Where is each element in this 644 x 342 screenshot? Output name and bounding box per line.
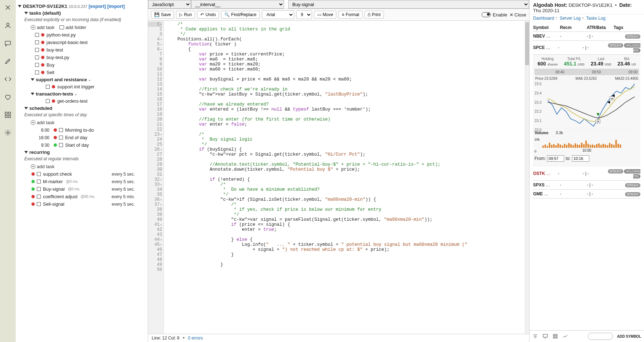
pencil-icon[interactable]	[4, 57, 12, 65]
monitor-icon[interactable]	[542, 333, 548, 339]
symbol-expand: Holding600 sharesTotal P/L451.1 USDLast2…	[533, 55, 640, 167]
scheduled-add-row: +add task	[18, 119, 146, 126]
chart-icon[interactable]	[562, 333, 568, 339]
icon-rail	[0, 0, 16, 342]
svg-rect-11	[543, 334, 547, 337]
code-icon[interactable]	[4, 75, 12, 83]
task-item[interactable]: python-test.py	[18, 31, 146, 39]
export-link[interactable]: [export]	[89, 4, 106, 9]
right-panel: Algodab Host: DESKTOP-SV1E2K1 • Date: Th…	[530, 0, 644, 342]
sort-icon[interactable]	[532, 333, 538, 339]
svg-point-0	[7, 23, 9, 25]
close-button[interactable]: ✕ Close	[509, 12, 526, 18]
svg-rect-13	[556, 334, 557, 336]
recurring-desc: Executed at regular intervals	[18, 156, 146, 161]
tasks-default-desc: Executed explicitly or on incoming data …	[18, 17, 146, 22]
font-size-select[interactable]: 9	[296, 10, 312, 19]
enable-toggle[interactable]: Enable	[482, 12, 507, 18]
task-item[interactable]: get-orders-test	[18, 97, 146, 105]
task-item[interactable]: Buy	[18, 61, 146, 69]
host-node[interactable]: DESKTOP-SV1E2K110.0.0.237 [export] [impo…	[18, 3, 146, 10]
font-select[interactable]: Arial	[262, 10, 294, 19]
top-selects: JavaScript __interval__ Buy-signal	[148, 0, 529, 9]
print-button[interactable]: ⎙ Print	[365, 11, 384, 19]
tab-serverlog[interactable]: Server Log	[560, 16, 581, 21]
undo-button[interactable]: ↶ Undo	[197, 11, 219, 19]
user-icon[interactable]	[4, 21, 12, 29]
tasks-add-row: +add task add folder	[18, 24, 146, 31]
script-select[interactable]: Buy-signal	[288, 0, 529, 9]
error-count: 0 errors	[188, 336, 203, 341]
svg-rect-15	[556, 337, 557, 338]
close-icon[interactable]	[4, 4, 12, 11]
time-range: From: to:	[535, 155, 639, 162]
save-button[interactable]: 💾 Save	[151, 11, 174, 19]
symbol-row[interactable]: GME …-- | -STICKY	[533, 190, 640, 199]
right-bottom-bar: ADD SYMBOL	[530, 330, 644, 342]
heart-icon[interactable]	[4, 93, 12, 101]
transaction-folder[interactable]: transaction-tests⌄	[18, 91, 146, 97]
symbol-search-input[interactable]	[588, 333, 613, 340]
grid-icon[interactable]	[552, 333, 558, 339]
editor-status: Line: 12 Col: 8 • 0 errors	[148, 334, 529, 342]
run-button[interactable]: ▷ Run	[176, 11, 195, 19]
svg-rect-1	[5, 41, 11, 45]
svg-text:M: M	[597, 120, 599, 123]
svg-rect-3	[9, 112, 11, 114]
symbol-row[interactable]: NBEV …-- | -STICKY	[533, 32, 640, 41]
scheduled-item[interactable]: 16:00End of day	[18, 134, 146, 141]
add-task-button[interactable]: +add task	[31, 164, 54, 169]
editor-scrollbar[interactable]	[525, 21, 529, 334]
add-symbol-button[interactable]: ADD SYMBOL	[617, 334, 641, 338]
svg-rect-4	[5, 116, 8, 118]
tab-taskslog[interactable]: Tasks Log	[586, 16, 605, 21]
move-button[interactable]: ▭ Move	[314, 11, 336, 19]
scheduled-item[interactable]: 9:30Start of day	[18, 141, 146, 149]
symbol-row[interactable]: SPCE …-- | -STICKYHOLDING 600	[533, 41, 640, 55]
recurring-item[interactable]: M-marker@0 ms.every 5 sec.	[18, 178, 146, 185]
recurring-add-row: +add task	[18, 163, 146, 170]
symbol-row[interactable]: OSTK …-- | -STICKYHOLDING 750	[533, 167, 640, 181]
tasks-default-node[interactable]: tasks (default)	[18, 10, 146, 16]
recurring-item[interactable]: Sell-signalevery 5 sec.	[18, 200, 146, 208]
recurring-item[interactable]: Buy-signal@0 ms.every 6 sec.	[18, 185, 146, 193]
recurring-item[interactable]: coefficient adjust@80 ms.every 5 min.	[18, 193, 146, 200]
right-header: Algodab Host: DESKTOP-SV1E2K1 • Date: Th…	[530, 0, 644, 14]
recurring-node[interactable]: recurring	[18, 149, 146, 156]
sidebar-tree: DESKTOP-SV1E2K110.0.0.237 [export] [impo…	[16, 0, 148, 342]
support-folder[interactable]: support and resistance⌄	[18, 76, 146, 83]
gear-icon[interactable]	[4, 129, 12, 137]
task-item[interactable]: buy-test	[18, 46, 146, 54]
apps-icon[interactable]	[4, 111, 12, 119]
import-link[interactable]: [import]	[107, 4, 125, 9]
editor-toolbar: 💾 Save ▷ Run ↶ Undo 🔍 Find/Replace Arial…	[148, 9, 529, 21]
code-editor[interactable]: 1234567891011121314151617181920212223242…	[148, 21, 529, 334]
task-item[interactable]: Sell	[18, 69, 146, 76]
symbol-table-header: SymbolRecmATR/BetaTags	[533, 24, 640, 32]
tab-dashboard[interactable]: Dashboard	[533, 16, 554, 21]
price-chart: 23.523.423.323.223.123.0MM	[535, 82, 639, 128]
from-input[interactable]	[547, 155, 564, 162]
svg-rect-5	[9, 116, 11, 118]
task-item[interactable]: support init trigger	[18, 83, 146, 91]
add-task-button[interactable]: +add task	[31, 120, 54, 125]
add-folder-button[interactable]: add folder	[59, 25, 86, 30]
right-tabs: Dashboard• Server Log• Tasks Log	[530, 14, 644, 24]
chat-icon[interactable]	[4, 39, 12, 47]
svg-rect-14	[553, 337, 555, 338]
recurring-item[interactable]: support checkevery 5 sec.	[18, 170, 146, 178]
task-item[interactable]: javascript-basic-test	[18, 39, 146, 46]
language-select[interactable]: JavaScript	[148, 0, 191, 9]
format-button[interactable]: ≡ Format	[338, 11, 362, 19]
find-button[interactable]: 🔍 Find/Replace	[221, 11, 260, 19]
scope-select[interactable]: __interval__	[191, 0, 284, 9]
to-input[interactable]	[572, 155, 589, 162]
symbol-row[interactable]: SPXS …-- | -STICKY	[533, 181, 640, 190]
symbol-table: SymbolRecmATR/BetaTags NBEV …-- | -STICK…	[530, 24, 644, 330]
svg-text:M: M	[611, 97, 613, 100]
scheduled-node[interactable]: scheduled	[18, 105, 146, 112]
svg-rect-12	[553, 334, 555, 336]
scheduled-item[interactable]: 6:00Morning to-do	[18, 126, 146, 134]
task-item[interactable]: buy-test.py	[18, 54, 146, 61]
add-task-button[interactable]: +add task	[31, 25, 54, 30]
